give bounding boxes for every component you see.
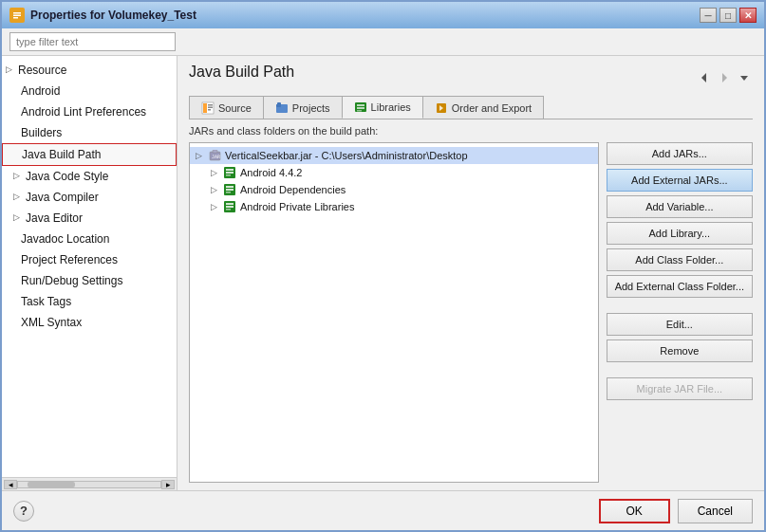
svg-rect-3 — [13, 17, 18, 19]
edit-button[interactable]: Edit... — [607, 313, 753, 336]
close-button[interactable]: ✕ — [739, 8, 757, 23]
scrollbar-track — [17, 481, 161, 488]
sidebar-item-java-compiler[interactable]: ▷ Java Compiler — [2, 187, 177, 208]
title-bar: Properties for Volumekey_Test ─ □ ✕ — [2, 2, 764, 28]
svg-rect-11 — [208, 109, 211, 111]
tree-item-label: Android 4.4.2 — [240, 167, 302, 178]
add-external-jars-button[interactable]: Add External JARs... — [607, 169, 753, 192]
tab-projects-label: Projects — [292, 102, 330, 114]
add-variable-button[interactable]: Add Variable... — [607, 195, 753, 218]
sidebar-item-label: Java Build Path — [22, 146, 101, 163]
tab-libraries[interactable]: Libraries — [342, 96, 423, 119]
migrate-jar-button[interactable]: Migrate JAR File... — [607, 377, 753, 400]
tree-item-label: Android Private Libraries — [240, 201, 354, 212]
toolbar — [696, 69, 753, 86]
panel-body: ▷ JAR VerticalSeekbar.jar - C:\Users\Adm… — [189, 142, 753, 483]
sidebar-item-label: XML Syntax — [21, 314, 82, 331]
tree-arrow-icon: ▷ — [211, 168, 220, 177]
svg-marker-5 — [722, 73, 727, 83]
lib-icon — [223, 183, 236, 196]
sidebar-item-label: Android Lint Preferences — [21, 103, 146, 120]
arrow-icon: ▷ — [13, 211, 20, 225]
maximize-button[interactable]: □ — [719, 8, 737, 23]
panel-title: Java Build Path — [189, 64, 294, 84]
svg-rect-9 — [208, 104, 213, 106]
arrow-icon: ▷ — [13, 170, 20, 183]
title-bar-left: Properties for Volumekey_Test — [9, 8, 196, 23]
tree-item-android-deps[interactable]: ▷ Android Dependencies — [190, 181, 598, 198]
svg-rect-30 — [226, 189, 234, 191]
svg-rect-17 — [357, 107, 364, 109]
svg-rect-31 — [226, 192, 231, 193]
tree-item-verticalseekbar[interactable]: ▷ JAR VerticalSeekbar.jar - C:\Users\Adm… — [190, 147, 598, 164]
sidebar-item-java-build-path[interactable]: Java Build Path — [2, 143, 177, 166]
svg-rect-1 — [13, 12, 21, 14]
sidebar-item-android-lint[interactable]: Android Lint Preferences — [2, 101, 177, 122]
sidebar-item-java-code-style[interactable]: ▷ Java Code Style — [2, 166, 177, 187]
main-panel: Java Build Path — [177, 56, 764, 490]
ok-button[interactable]: OK — [599, 499, 670, 523]
add-library-button[interactable]: Add Library... — [607, 222, 753, 245]
svg-rect-33 — [226, 203, 234, 205]
arrow-icon: ▷ — [13, 191, 20, 204]
sidebar-item-run-debug[interactable]: Run/Debug Settings — [2, 270, 177, 291]
dropdown-button[interactable] — [736, 69, 753, 86]
sidebar-item-builders[interactable]: Builders — [2, 122, 177, 143]
svg-rect-34 — [226, 206, 234, 208]
sidebar-item-label: Java Compiler — [26, 189, 99, 206]
libraries-icon — [354, 101, 367, 114]
ok-cancel-buttons: OK Cancel — [599, 499, 753, 523]
sidebar-item-task-tags[interactable]: Task Tags — [2, 291, 177, 312]
forward-button[interactable] — [716, 69, 733, 86]
tree-item-android-private[interactable]: ▷ Android Private Libraries — [190, 198, 598, 215]
search-bar — [2, 28, 764, 56]
tree-arrow-icon: ▷ — [211, 202, 220, 211]
cancel-button[interactable]: Cancel — [678, 499, 753, 523]
tab-order-export[interactable]: Order and Export — [422, 96, 544, 119]
add-jars-button[interactable]: Add JARs... — [607, 142, 753, 165]
sidebar-item-resource[interactable]: ▷ Resource — [2, 60, 177, 81]
sidebar-item-label: Run/Debug Settings — [21, 272, 122, 289]
sidebar-item-label: Builders — [21, 124, 62, 141]
sidebar-scrollbar[interactable]: ◂ ▸ — [2, 477, 177, 490]
svg-rect-18 — [357, 110, 362, 112]
tab-order-export-label: Order and Export — [452, 102, 532, 114]
back-button[interactable] — [696, 69, 713, 86]
svg-rect-14 — [277, 102, 281, 105]
tree-arrow-icon: ▷ — [196, 151, 205, 160]
tree-item-label: VerticalSeekbar.jar - C:\Users\Administr… — [225, 150, 468, 161]
tab-source[interactable]: Source — [189, 96, 264, 119]
sidebar-item-xml-syntax[interactable]: XML Syntax — [2, 312, 177, 333]
window-icon — [9, 8, 25, 23]
scroll-left-button[interactable]: ◂ — [4, 480, 17, 489]
scrollbar-thumb[interactable] — [28, 482, 75, 487]
sidebar-item-label: Android — [21, 83, 60, 100]
svg-rect-10 — [208, 106, 213, 108]
help-button[interactable]: ? — [13, 501, 34, 522]
buttons-panel: Add JARs... Add External JARs... Add Var… — [607, 142, 753, 483]
sidebar-item-javadoc[interactable]: Javadoc Location — [2, 229, 177, 249]
arrow-icon: ▷ — [6, 64, 12, 77]
source-icon — [201, 101, 215, 115]
sidebar: ▷ Resource Android Android Lint Preferen… — [2, 56, 177, 490]
sidebar-item-label: Resource — [18, 62, 66, 79]
remove-button[interactable]: Remove — [607, 339, 753, 362]
sidebar-item-label: Task Tags — [21, 293, 71, 310]
tabs-row: Source Projects — [189, 96, 753, 119]
sidebar-item-android[interactable]: Android — [2, 81, 177, 101]
tree-item-android442[interactable]: ▷ Android 4.4.2 — [190, 164, 598, 181]
svg-rect-2 — [13, 15, 21, 17]
sidebar-item-project-references[interactable]: Project References — [2, 249, 177, 270]
svg-rect-16 — [357, 104, 364, 106]
add-class-folder-button[interactable]: Add Class Folder... — [607, 248, 753, 271]
sidebar-item-java-editor[interactable]: ▷ Java Editor — [2, 208, 177, 229]
order-export-icon — [435, 101, 448, 115]
add-external-class-folder-button[interactable]: Add External Class Folder... — [607, 275, 753, 298]
tab-projects[interactable]: Projects — [263, 96, 343, 119]
scroll-right-button[interactable]: ▸ — [161, 480, 175, 489]
search-input[interactable] — [9, 32, 176, 51]
minimize-button[interactable]: ─ — [700, 8, 717, 23]
svg-rect-35 — [226, 209, 231, 211]
tree-panel[interactable]: ▷ JAR VerticalSeekbar.jar - C:\Users\Adm… — [189, 142, 599, 483]
lib-icon — [223, 200, 236, 213]
